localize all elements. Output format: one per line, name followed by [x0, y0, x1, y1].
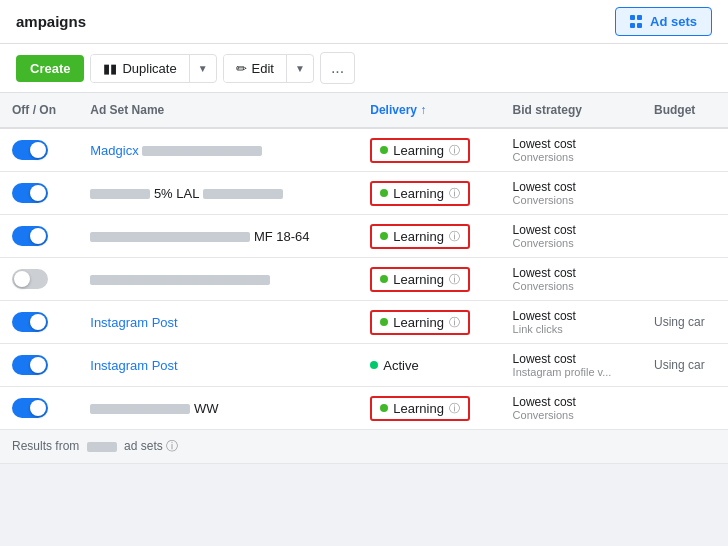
- delivery-cell: Learningⓘ: [358, 215, 500, 258]
- delivery-dot: [380, 189, 388, 197]
- toggle-switch[interactable]: [12, 226, 48, 246]
- delivery-cell: Learningⓘ: [358, 258, 500, 301]
- table-row: Instagram PostLearningⓘLowest costLink c…: [0, 301, 728, 344]
- ad-set-name-link[interactable]: Instagram Post: [90, 358, 177, 373]
- delivery-cell: Learningⓘ: [358, 387, 500, 430]
- bid-sub: Conversions: [513, 237, 630, 249]
- col-bid: Bid strategy: [501, 93, 642, 128]
- blurred-name: [90, 275, 270, 285]
- col-toggle: Off / On: [0, 93, 78, 128]
- duplicate-group: ▮▮ Duplicate ▼: [90, 54, 216, 83]
- edit-button[interactable]: ✏ Edit: [224, 55, 287, 82]
- delivery-label: Learning: [393, 186, 444, 201]
- blurred-name: [90, 404, 190, 414]
- bid-main: Lowest cost: [513, 352, 630, 366]
- budget-cell: [642, 172, 728, 215]
- budget-cell: [642, 215, 728, 258]
- budget-cell: Using car: [642, 301, 728, 344]
- delivery-label: Learning: [393, 272, 444, 287]
- info-icon[interactable]: ⓘ: [449, 229, 460, 244]
- bid-cell: Lowest costConversions: [501, 387, 642, 430]
- bid-cell: Lowest costConversions: [501, 172, 642, 215]
- delivery-dot: [380, 232, 388, 240]
- duplicate-icon: ▮▮: [103, 61, 117, 76]
- budget-cell: [642, 387, 728, 430]
- delivery-dot: [380, 318, 388, 326]
- delivery-dot: [380, 275, 388, 283]
- delivery-cell: Learningⓘ: [358, 128, 500, 172]
- delivery-label: Learning: [393, 143, 444, 158]
- delivery-cell: Active: [358, 344, 500, 387]
- bid-cell: Lowest costConversions: [501, 258, 642, 301]
- adsets-icon: [630, 15, 644, 29]
- table-container: Off / On Ad Set Name Delivery ↑ Bid stra…: [0, 93, 728, 464]
- bid-main: Lowest cost: [513, 309, 630, 323]
- delivery-label: Learning: [393, 315, 444, 330]
- edit-icon: ✏: [236, 61, 247, 76]
- col-delivery: Delivery ↑: [358, 93, 500, 128]
- edit-dropdown[interactable]: ▼: [287, 57, 313, 80]
- duplicate-button[interactable]: ▮▮ Duplicate: [91, 55, 189, 82]
- table-row: LearningⓘLowest costConversions: [0, 258, 728, 301]
- ad-set-name-link[interactable]: Madgicx: [90, 143, 262, 158]
- info-icon[interactable]: ⓘ: [449, 401, 460, 416]
- ad-set-name-link[interactable]: Instagram Post: [90, 315, 177, 330]
- blurred-name: [90, 232, 250, 242]
- delivery-label: Learning: [393, 229, 444, 244]
- info-icon[interactable]: ⓘ: [449, 272, 460, 287]
- create-button[interactable]: Create: [16, 55, 84, 82]
- toggle-switch[interactable]: [12, 398, 48, 418]
- toggle-switch[interactable]: [12, 312, 48, 332]
- bid-cell: Lowest costInstagram profile v...: [501, 344, 642, 387]
- col-name: Ad Set Name: [78, 93, 358, 128]
- results-text: Results from ad sets ⓘ: [0, 430, 728, 464]
- delivery-dot: [380, 404, 388, 412]
- toggle-switch[interactable]: [12, 269, 48, 289]
- results-info-icon[interactable]: ⓘ: [166, 439, 178, 453]
- budget-cell: Using car: [642, 344, 728, 387]
- budget-cell: [642, 128, 728, 172]
- table-row: Madgicx LearningⓘLowest costConversions: [0, 128, 728, 172]
- bid-cell: Lowest costLink clicks: [501, 301, 642, 344]
- bid-main: Lowest cost: [513, 223, 630, 237]
- top-bar: ampaigns Ad sets: [0, 0, 728, 44]
- budget-cell: [642, 258, 728, 301]
- info-icon[interactable]: ⓘ: [449, 186, 460, 201]
- duplicate-dropdown[interactable]: ▼: [190, 57, 216, 80]
- delivery-label: Active: [383, 358, 418, 373]
- info-icon[interactable]: ⓘ: [449, 315, 460, 330]
- results-row: Results from ad sets ⓘ: [0, 430, 728, 464]
- bid-sub: Link clicks: [513, 323, 630, 335]
- table-row: 5% LAL LearningⓘLowest costConversions: [0, 172, 728, 215]
- delivery-cell: Learningⓘ: [358, 301, 500, 344]
- bid-cell: Lowest costConversions: [501, 128, 642, 172]
- bid-sub: Conversions: [513, 151, 630, 163]
- bid-sub: Conversions: [513, 409, 630, 421]
- bid-main: Lowest cost: [513, 180, 630, 194]
- col-budget: Budget: [642, 93, 728, 128]
- blurred-name: [90, 189, 150, 199]
- delivery-dot: [380, 146, 388, 154]
- delivery-cell: Learningⓘ: [358, 172, 500, 215]
- delivery-label: Learning: [393, 401, 444, 416]
- bid-cell: Lowest costConversions: [501, 215, 642, 258]
- toggle-switch[interactable]: [12, 355, 48, 375]
- info-icon[interactable]: ⓘ: [449, 143, 460, 158]
- table-row: Instagram PostActiveLowest costInstagram…: [0, 344, 728, 387]
- delivery-dot: [370, 361, 378, 369]
- table-row: WWLearningⓘLowest costConversions: [0, 387, 728, 430]
- more-button[interactable]: ...: [320, 52, 355, 84]
- bid-main: Lowest cost: [513, 395, 630, 409]
- toolbar: Create ▮▮ Duplicate ▼ ✏ Edit ▼ ...: [0, 44, 728, 93]
- adsets-tab[interactable]: Ad sets: [615, 7, 712, 36]
- toggle-switch[interactable]: [12, 183, 48, 203]
- edit-group: ✏ Edit ▼: [223, 54, 314, 83]
- bid-sub: Conversions: [513, 280, 630, 292]
- table-row: MF 18-64LearningⓘLowest costConversions: [0, 215, 728, 258]
- toggle-switch[interactable]: [12, 140, 48, 160]
- bid-main: Lowest cost: [513, 266, 630, 280]
- bid-main: Lowest cost: [513, 137, 630, 151]
- bid-sub: Conversions: [513, 194, 630, 206]
- bid-sub: Instagram profile v...: [513, 366, 630, 378]
- page-title: ampaigns: [16, 13, 86, 30]
